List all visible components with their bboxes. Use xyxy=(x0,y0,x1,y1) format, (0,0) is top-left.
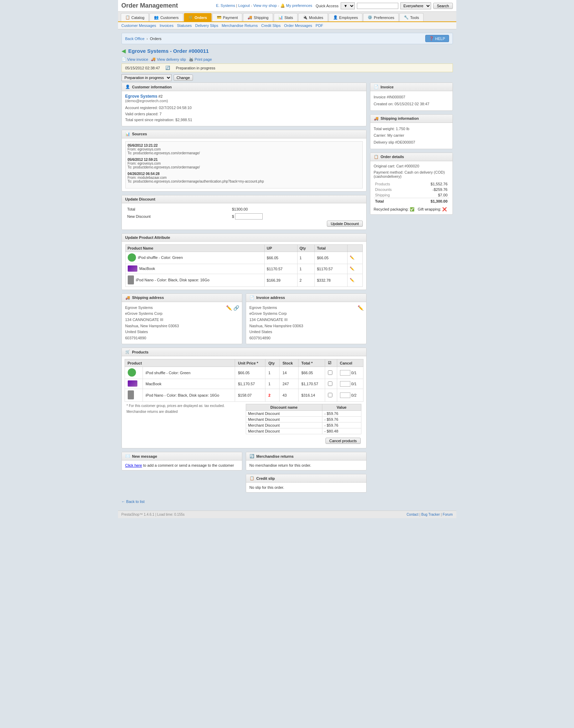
view-delivery-link[interactable]: 🚚 View delivery slip xyxy=(151,57,186,61)
attr-up-1: $66.05 xyxy=(264,252,297,264)
subnav-statuses[interactable]: Statuses xyxy=(177,23,192,28)
prod-cancel-check-1[interactable] xyxy=(325,367,337,379)
attr-product-name-3: iPod Nano - Color: Black, Disk space: 16… xyxy=(125,274,264,287)
tab-orders[interactable]: 🛒 Orders xyxy=(184,13,212,21)
invoice-number: Invoice #IN000007 xyxy=(374,94,449,101)
footer-forum-link[interactable]: Forum xyxy=(443,513,453,516)
merchandise-returns-body: No merchandise return for this order. xyxy=(246,460,366,470)
discounts-table: Discount name Value Merchant Discount - xyxy=(246,404,361,434)
discount-new-input-cell: $ xyxy=(230,212,363,221)
logout-link[interactable]: Logout xyxy=(238,3,250,8)
discount-value-4: - $80.48 xyxy=(322,428,361,434)
source-to-1: To: productdemo.egrovesys.com/ordermanag… xyxy=(128,151,360,155)
footer-bugtracker-link[interactable]: Bug Tracker xyxy=(421,513,440,516)
prod-cancel-input-3[interactable] xyxy=(340,392,350,398)
shipping-addr-link-icon[interactable]: 🔗 xyxy=(233,304,239,312)
shipping-addr-line-4: Nashua, New Hampshire 03063 xyxy=(125,323,239,329)
view-shop-link[interactable]: View my shop xyxy=(253,3,277,8)
merchandise-returns-message: No merchandise return for this order. xyxy=(250,463,311,467)
invoice-addr-edit-icon[interactable]: ✏️ xyxy=(358,304,363,312)
new-discount-input[interactable] xyxy=(235,213,263,220)
attr-col-total: Total xyxy=(315,244,348,252)
preferences-link[interactable]: My preferences xyxy=(286,3,312,8)
tab-modules[interactable]: 🔌 Modules xyxy=(298,13,328,21)
products-section-body: Product Unit Price * Qty Stock Total * ☑… xyxy=(122,356,366,448)
attr-col-edit xyxy=(348,244,363,252)
status-select[interactable]: Preparation in progress Shipped Delivere… xyxy=(121,74,172,81)
prod-cancel-input-2[interactable] xyxy=(340,381,350,387)
order-title-bar: ◀ Egrove Systems - Order #000011 xyxy=(121,48,453,54)
sources-panel: 📊 Sources 05/6/2012 13:21:22 From: egrov… xyxy=(121,130,367,192)
source-from-1: From: egrovesys.com xyxy=(128,147,360,151)
shipping-addr-edit-icon[interactable]: ✏️ xyxy=(226,304,232,312)
subnav-order-messages[interactable]: Order Messages xyxy=(284,23,312,28)
subnav-customer-messages[interactable]: Customer Messages xyxy=(121,23,156,28)
prod-cancel-checkbox-2[interactable] xyxy=(328,381,332,386)
print-page-link[interactable]: 🖨️ Print page xyxy=(189,57,212,61)
prod-cancel-checkbox-3[interactable] xyxy=(328,393,332,397)
update-discount-button[interactable]: Update Discount xyxy=(327,221,362,227)
search-input[interactable] xyxy=(357,3,398,9)
packaging-options: Recycled packaging: ✅ Gift wrapping: ❌ xyxy=(374,207,449,212)
products-amount: $1,552.76 xyxy=(411,181,449,187)
tab-employees[interactable]: 👤 Employees xyxy=(329,13,362,21)
product-thumb-2 xyxy=(128,265,137,272)
tab-payment[interactable]: 💳 Payment xyxy=(212,13,242,21)
everywhere-select[interactable]: Everywhere xyxy=(400,2,431,9)
order-right-column: 📄 Invoice Invoice #IN000007 Created on: … xyxy=(370,82,453,507)
breadcrumb-backoffice[interactable]: Back Office xyxy=(125,37,145,41)
order-arrow-icon: ◀ xyxy=(121,48,126,54)
shipping-info-panel: 🚚 Shipping information Total weight: 1.7… xyxy=(370,114,453,149)
shipping-addr-line-2: eGrove Systems Corp xyxy=(125,311,239,317)
prod-cancel-check-2[interactable] xyxy=(325,379,337,389)
cancel-products-button[interactable]: Cancel products xyxy=(325,438,361,444)
subnav-credit-slips[interactable]: Credit Slips xyxy=(261,23,281,28)
attr-edit-3[interactable]: ✏️ xyxy=(348,274,363,287)
original-cart: Original cart: Cart #000020 xyxy=(374,164,449,168)
merchandise-returns-section: 🔄 Merchandise returns No merchandise ret… xyxy=(246,452,367,496)
attr-edit-1[interactable]: ✏️ xyxy=(348,252,363,264)
discount-name-3: Merchant Discount xyxy=(246,423,322,428)
invoice-created: Created on: 05/15/2012 02 38:47 xyxy=(374,101,449,108)
tab-shipping[interactable]: 🚚 Shipping xyxy=(243,13,273,21)
sources-header: 📊 Sources xyxy=(122,130,366,138)
merchandise-returns-panel: 🔄 Merchandise returns No merchandise ret… xyxy=(246,452,367,470)
new-message-link[interactable]: Click here xyxy=(125,463,142,467)
prod-cancel-input-1[interactable] xyxy=(340,370,350,376)
view-invoice-link[interactable]: 📄 View invoice xyxy=(121,57,148,61)
prod-cancel-2: 0/1 xyxy=(337,379,363,389)
change-status-button[interactable]: Change xyxy=(174,75,193,81)
tab-tools[interactable]: 🔧 Tools xyxy=(399,13,424,21)
sources-list: 05/6/2012 13:21:22 From: egrovesys.com T… xyxy=(125,141,363,188)
list-item: Shipping $7.00 xyxy=(374,192,449,198)
back-to-list-link[interactable]: ← Back to list xyxy=(121,499,367,504)
shipping-info-body: Total weight: 1.750 lb Carrier: My carri… xyxy=(370,123,453,149)
discount-name-col: Discount name xyxy=(246,404,322,411)
subnav-merchandise-returns[interactable]: Merchandise Returns xyxy=(222,23,258,28)
attr-edit-2[interactable]: ✏️ xyxy=(348,264,363,274)
help-button[interactable]: ❓ HELP xyxy=(425,35,449,42)
site-links: E. Systems | Logout - View my shop - 🔔 M… xyxy=(216,3,312,8)
credit-slip-panel: 📋 Credit slip No slip for this order. xyxy=(246,474,367,493)
subnav-invoices[interactable]: Invoices xyxy=(159,23,173,28)
app-title: Order Management xyxy=(121,2,213,9)
quick-access-select[interactable]: ▼ xyxy=(341,2,355,9)
customer-email: (demo@egrovetech.com) xyxy=(125,99,363,103)
tab-stats[interactable]: 📊 Stats xyxy=(274,13,298,21)
prod-cancel-checkbox-1[interactable] xyxy=(328,370,332,375)
order-links: 📄 View invoice 🚚 View delivery slip 🖨️ P… xyxy=(121,57,453,61)
footer-contact-link[interactable]: Contact xyxy=(407,513,418,516)
tab-catalog[interactable]: 📋 Catalog xyxy=(121,13,149,21)
tab-preferences[interactable]: ⚙️ Preferences xyxy=(363,13,399,21)
source-item: 04/26/2012 06:54:28 From: modulebazaar.c… xyxy=(128,172,360,183)
search-button[interactable]: Search xyxy=(433,3,453,9)
subnav-pdf[interactable]: PDF xyxy=(315,23,323,28)
attr-total-2: $1170.57 xyxy=(315,264,348,274)
prod-cancel-check-3[interactable] xyxy=(325,389,337,402)
site-link[interactable]: E. Systems xyxy=(216,3,235,8)
invoice-body: Invoice #IN000007 Created on: 05/15/2012… xyxy=(370,91,453,110)
tab-customers[interactable]: 👥 Customers xyxy=(149,13,183,21)
subnav-delivery-slips[interactable]: Delivery Slips xyxy=(195,23,218,28)
prod-up-1: $66.05 xyxy=(235,367,265,379)
products-section-panel: 🛒 Products Product Unit Price * Qty Stoc… xyxy=(121,348,367,448)
